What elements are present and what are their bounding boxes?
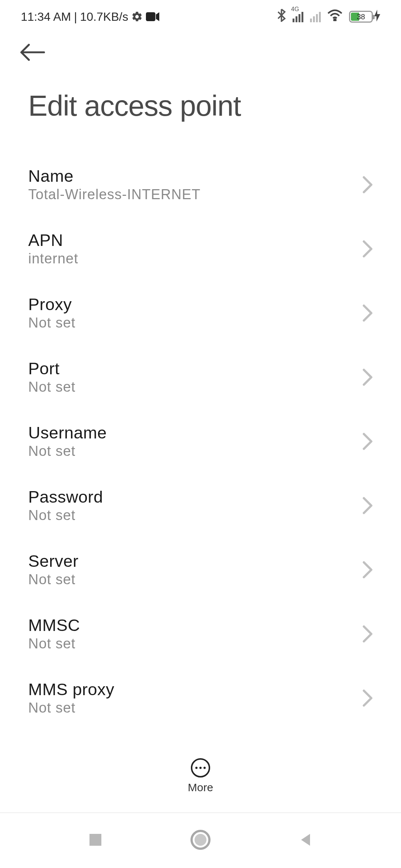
row-value: Not set [28, 443, 362, 459]
chevron-right-icon [362, 175, 373, 194]
charging-icon [374, 10, 380, 24]
chevron-right-icon [362, 368, 373, 387]
svg-rect-2 [89, 834, 101, 846]
mms-proxy-row[interactable]: MMS proxy Not set [0, 666, 401, 730]
row-label: APN [28, 231, 362, 250]
net-type-label: 4G [291, 6, 299, 13]
status-bar: 11:34 AM | 10.7KB/s 4G [0, 0, 401, 33]
signal-1: 4G [293, 11, 303, 22]
row-label: Proxy [28, 295, 362, 314]
svg-point-4 [195, 834, 206, 846]
row-value: Not set [28, 572, 362, 588]
battery-percent: 38 [350, 13, 372, 21]
row-value: internet [28, 251, 362, 267]
chevron-right-icon [362, 689, 373, 707]
nav-home-button[interactable] [190, 829, 211, 852]
back-arrow-icon [20, 43, 45, 62]
svg-point-1 [334, 19, 336, 21]
row-label: Port [28, 359, 362, 378]
page-title: Edit access point [0, 67, 401, 130]
port-row[interactable]: Port Not set [0, 345, 401, 409]
status-right: 4G 38 [277, 9, 380, 25]
settings-list: Name Total-Wireless-INTERNET APN interne… [0, 130, 401, 730]
chevron-right-icon [362, 240, 373, 258]
row-value: Not set [28, 507, 362, 523]
svg-rect-0 [146, 12, 156, 21]
chevron-right-icon [362, 560, 373, 579]
row-label: Server [28, 552, 362, 571]
chevron-right-icon [362, 496, 373, 515]
more-button[interactable]: More [0, 758, 401, 794]
apn-name-row[interactable]: Name Total-Wireless-INTERNET [0, 152, 401, 217]
username-row[interactable]: Username Not set [0, 409, 401, 473]
status-time: 11:34 AM [21, 10, 71, 24]
battery-indicator: 38 [349, 10, 380, 24]
row-value: Not set [28, 315, 362, 331]
row-label: Name [28, 167, 362, 186]
server-row[interactable]: Server Not set [0, 537, 401, 602]
navigation-bar [0, 812, 401, 868]
apn-row[interactable]: APN internet [0, 217, 401, 281]
row-label: MMS proxy [28, 680, 362, 699]
chevron-right-icon [362, 432, 373, 451]
camera-icon [146, 12, 159, 22]
signal-2 [310, 11, 321, 22]
chevron-right-icon [362, 304, 373, 322]
chevron-right-icon [362, 625, 373, 643]
row-label: MMSC [28, 616, 362, 635]
proxy-row[interactable]: Proxy Not set [0, 281, 401, 345]
password-row[interactable]: Password Not set [0, 473, 401, 537]
more-label: More [188, 781, 213, 794]
nav-recent-button[interactable] [88, 832, 103, 849]
row-value: Not set [28, 379, 362, 395]
row-label: Username [28, 423, 362, 443]
status-left: 11:34 AM | 10.7KB/s [21, 10, 159, 24]
more-icon [191, 758, 210, 777]
row-label: Password [28, 487, 362, 507]
gear-icon [131, 11, 143, 23]
bluetooth-icon [277, 9, 286, 25]
nav-back-button[interactable] [298, 832, 313, 849]
status-net-speed: 10.7KB/s [80, 10, 128, 24]
row-value: Not set [28, 700, 362, 716]
status-sep: | [74, 10, 77, 24]
wifi-icon [327, 9, 342, 24]
row-value: Total-Wireless-INTERNET [28, 187, 362, 203]
mmsc-row[interactable]: MMSC Not set [0, 602, 401, 666]
back-button[interactable] [0, 33, 401, 67]
row-value: Not set [28, 636, 362, 652]
